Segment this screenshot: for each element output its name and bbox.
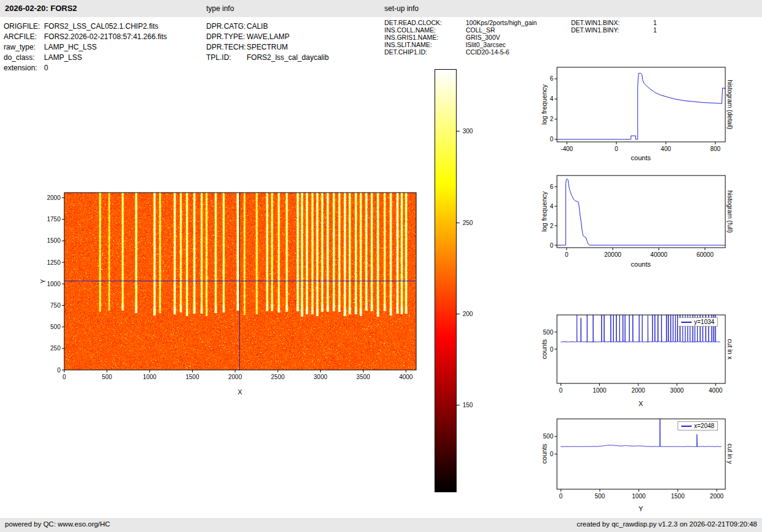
meta-row: DPR.TECH:SPECTRUM [206, 42, 329, 53]
meta-label: extension: [4, 63, 44, 73]
meta-value: lSlit0_3arcsec [466, 41, 506, 48]
series-line-cut_y [561, 416, 721, 447]
hist-detail-ylabel: log frequency [540, 84, 548, 125]
footer-left-text: powered by QC: www.eso.org/HC [5, 520, 110, 528]
meta-row: INS.COLL.NAME:COLL_SR [384, 26, 537, 34]
svg-text:2000: 2000 [710, 493, 724, 500]
svg-text:0: 0 [550, 242, 553, 249]
meta-value: 1 [632, 19, 657, 26]
meta-row: DET.CHIP1.ID:CCID20-14-5-6 [384, 48, 537, 56]
meta-value: FORS2_LSS_CAL052.1.CHIP2.fits [44, 22, 159, 31]
meta-label: DET.CHIP1.ID: [384, 48, 466, 56]
chart-hist-detail: log frequency histogram (detail) counts … [536, 64, 738, 171]
file-info-block: ORIGFILE:FORS2_LSS_CAL052.1.CHIP2.fits A… [4, 21, 167, 73]
svg-text:500: 500 [102, 374, 112, 380]
colorbar-tick-mark [457, 223, 460, 223]
hist-full-right-label: histogram (full) [727, 190, 734, 232]
svg-text:2000: 2000 [47, 194, 61, 201]
meta-row: TPL.ID:FORS2_lss_cal_daycalib [206, 53, 329, 63]
cut-y-ylabel: counts [540, 444, 548, 464]
type-info-heading: type info [206, 4, 234, 13]
colorbar-gradient [435, 69, 457, 492]
legend-label: x=2048 [694, 423, 714, 429]
svg-text:4: 4 [550, 203, 553, 210]
meta-label: do_class: [4, 53, 44, 63]
legend-cut-in-x: y=1034 [678, 317, 718, 327]
setup-info-block: DET.READ.CLOCK:100Kps/2ports/high_gain I… [384, 19, 537, 56]
raw-image-canvas [64, 193, 416, 370]
svg-text:1250: 1250 [47, 259, 61, 266]
svg-text:6: 6 [550, 75, 553, 82]
meta-row: do_class:LAMP_LSS [4, 53, 167, 63]
meta-label: DET.READ.CLOCK: [384, 19, 466, 26]
chart-cut-in-x: counts cut in x X y=1034 010002000300040… [536, 312, 738, 415]
svg-text:500: 500 [543, 329, 553, 336]
meta-value: LAMP_LSS [44, 53, 82, 62]
colorbar-tick-mark [457, 405, 460, 405]
svg-text:1500: 1500 [47, 237, 61, 244]
hist-full-ylabel: log frequency [540, 191, 548, 232]
meta-value: 1 [632, 26, 657, 34]
colorbar-tick-mark [457, 314, 460, 314]
svg-text:2500: 2500 [271, 374, 285, 380]
setup-info-heading: set-up info [384, 4, 419, 13]
meta-label: raw_type: [4, 42, 44, 53]
hist-detail-xlabel: counts [631, 154, 651, 161]
svg-text:-400: -400 [561, 146, 573, 152]
hist-detail-right-label: histogram (detail) [727, 79, 734, 129]
svg-text:6: 6 [550, 183, 553, 190]
svg-text:1000: 1000 [47, 281, 61, 287]
svg-text:1750: 1750 [47, 216, 61, 223]
svg-text:60000: 60000 [697, 251, 714, 258]
svg-text:4000: 4000 [709, 387, 723, 394]
colorbar-tick-label: 150 [463, 402, 473, 408]
header-bar [0, 0, 762, 17]
chart-hist-full: log frequency histogram (full) counts 02… [536, 172, 738, 279]
meta-row: DET.WIN1.BINY:1 [571, 26, 657, 34]
colorbar-panel: 150200250300 [435, 69, 493, 497]
raw-image-ylabel: Y [39, 279, 47, 283]
meta-value: 100Kps/2ports/high_gain [466, 19, 537, 26]
meta-label: INS.SLIT.NAME: [384, 41, 466, 48]
meta-value: FORS2_lss_cal_daycalib [247, 53, 329, 62]
legend-label: y=1034 [694, 319, 714, 325]
meta-label: INS.GRIS1.NAME: [384, 34, 466, 41]
legend-line-icon [681, 426, 692, 427]
svg-text:2: 2 [550, 116, 553, 122]
series-line-hist_full [557, 179, 725, 245]
svg-text:0: 0 [614, 146, 618, 152]
svg-text:1000: 1000 [632, 493, 646, 500]
meta-label: ORIGFILE: [4, 21, 44, 32]
chart-cut-in-y: counts cut in y Y x=2048 050010001500200… [536, 416, 738, 519]
meta-row: INS.GRIS1.NAME:GRIS_300V [384, 34, 537, 41]
svg-text:4: 4 [550, 95, 553, 102]
raw-image-xlabel: X [237, 388, 242, 396]
meta-row: DET.READ.CLOCK:100Kps/2ports/high_gain [384, 19, 537, 26]
svg-text:250: 250 [50, 345, 61, 352]
page-title: 2026-02-20: FORS2 [5, 4, 77, 13]
meta-label: DPR.CATG: [206, 21, 247, 32]
cut-y-right-label: cut in y [727, 443, 734, 464]
svg-text:0: 0 [559, 493, 563, 500]
series-line-hist_detail [557, 73, 725, 139]
meta-label: DET.WIN1.BINY: [571, 26, 632, 34]
svg-text:500: 500 [50, 323, 61, 330]
svg-text:0: 0 [62, 374, 66, 380]
svg-text:2: 2 [550, 223, 553, 229]
svg-text:0: 0 [550, 346, 553, 353]
type-info-block: DPR.CATG:CALIB DPR.TYPE:WAVE,LAMP DPR.TE… [206, 21, 329, 63]
legend-cut-in-y: x=2048 [678, 421, 718, 430]
svg-text:800: 800 [710, 146, 720, 152]
meta-row: DPR.TYPE:WAVE,LAMP [206, 32, 329, 42]
hist-full-xlabel: counts [631, 260, 651, 268]
meta-value: CCID20-14-5-6 [466, 48, 509, 56]
svg-text:500: 500 [595, 493, 605, 500]
meta-value: SPECTRUM [247, 43, 288, 51]
svg-text:0: 0 [550, 451, 553, 457]
footer-right-text: created by qc_rawdisp.py v1.2.3 on 2026-… [577, 520, 757, 528]
meta-row: raw_type:LAMP_HC_LSS [4, 42, 167, 53]
svg-text:3000: 3000 [670, 387, 684, 394]
svg-text:2000: 2000 [632, 387, 646, 394]
colorbar-tick-label: 250 [463, 220, 473, 226]
svg-text:4000: 4000 [399, 374, 413, 380]
